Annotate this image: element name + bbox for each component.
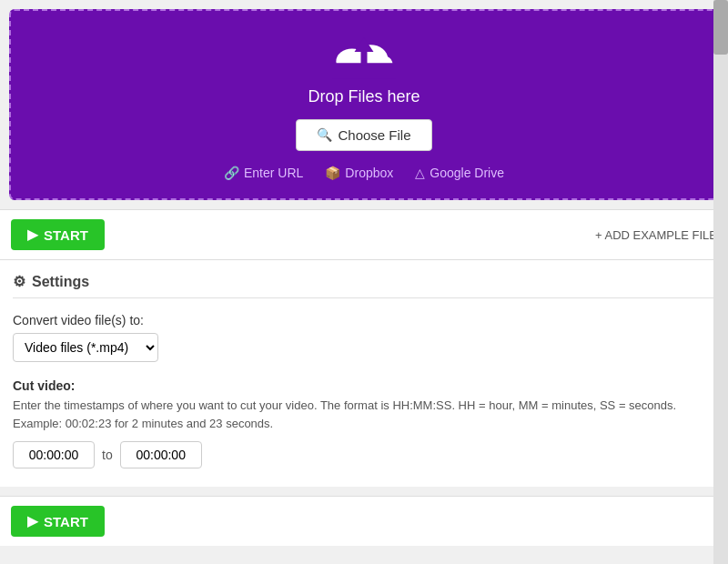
settings-title: Settings (32, 274, 89, 290)
choose-file-label: Choose File (338, 127, 410, 143)
dropbox-label: Dropbox (345, 166, 393, 180)
search-icon: 🔍 (317, 127, 332, 142)
google-drive-icon: △ (415, 166, 425, 180)
source-links: 🔗 Enter URL 📦 Dropbox △ Google Drive (224, 166, 504, 180)
link-icon: 🔗 (224, 166, 239, 180)
google-drive-link[interactable]: △ Google Drive (415, 166, 504, 180)
cut-video-label: Cut video: (13, 378, 715, 393)
google-drive-label: Google Drive (430, 166, 504, 180)
cut-video-desc: Enter the timestamps of where you want t… (13, 398, 715, 412)
start-label-bottom: START (44, 514, 88, 529)
top-toolbar: ▶ START + ADD EXAMPLE FILE (0, 209, 728, 260)
dropbox-icon: 📦 (325, 166, 340, 180)
cloud-upload-icon (332, 30, 396, 80)
gear-icon: ⚙ (13, 273, 25, 290)
start-button-top[interactable]: ▶ START (11, 219, 105, 250)
svg-rect-4 (332, 65, 396, 78)
time-to-input[interactable] (120, 441, 202, 468)
drop-files-text: Drop Files here (308, 87, 420, 106)
play-icon: ▶ (27, 227, 38, 243)
dropzone[interactable]: Drop Files here 🔍 Choose File 🔗 Enter UR… (9, 9, 719, 200)
enter-url-link[interactable]: 🔗 Enter URL (224, 166, 303, 180)
time-separator: to (102, 448, 113, 462)
start-label-top: START (44, 227, 88, 243)
scroll-thumb[interactable] (713, 0, 728, 55)
play-icon-bottom: ▶ (27, 513, 38, 529)
settings-header: ⚙ Settings (13, 273, 715, 298)
scrollbar[interactable] (713, 0, 728, 564)
bottom-toolbar: ▶ START (0, 496, 728, 546)
dropbox-link[interactable]: 📦 Dropbox (325, 166, 393, 180)
convert-label: Convert video file(s) to: (13, 313, 715, 327)
add-example-text: + ADD EXAMPLE FILE (595, 228, 717, 242)
time-inputs: to (13, 441, 715, 468)
start-button-bottom[interactable]: ▶ START (11, 506, 105, 537)
format-select[interactable]: Video files (*.mp4) Video files (*.avi) … (13, 333, 158, 362)
cut-video-example: Example: 00:02:23 for 2 minutes and 23 s… (13, 417, 715, 430)
choose-file-button[interactable]: 🔍 Choose File (296, 119, 431, 151)
time-from-input[interactable] (13, 441, 95, 468)
settings-section: ⚙ Settings Convert video file(s) to: Vid… (0, 260, 728, 487)
add-example-link[interactable]: + ADD EXAMPLE FILE (595, 228, 717, 242)
enter-url-label: Enter URL (244, 166, 303, 180)
